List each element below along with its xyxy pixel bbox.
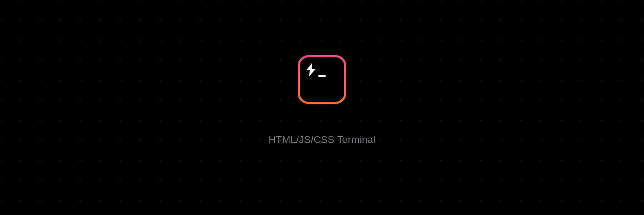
cursor-icon: [318, 75, 326, 77]
hero-container: HTML/JS/CSS Terminal: [268, 55, 375, 145]
app-icon: [298, 55, 346, 104]
terminal-lightning-icon: [300, 57, 344, 102]
lightning-icon: [306, 63, 316, 77]
hero-title: HTML/JS/CSS Terminal: [268, 134, 375, 145]
